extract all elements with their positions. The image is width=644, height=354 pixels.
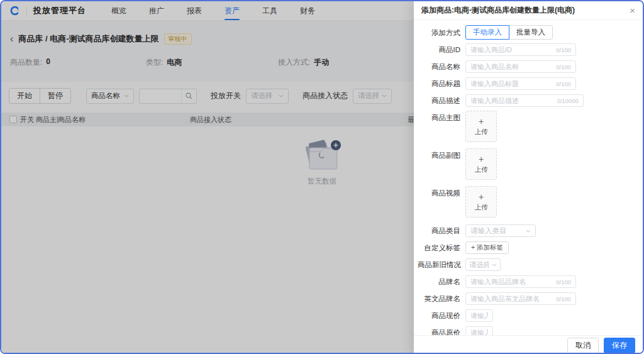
form-row-original-price: 商品原价 [418,326,634,335]
condition-placeholder: 请选择商... [469,260,489,270]
product-name-field: 0/100 [465,60,576,73]
current-price-input[interactable] [470,312,488,319]
form-row-product-id: 商品ID 0/100 [418,43,634,57]
field-label: 商品副图 [418,148,465,162]
brand-en-input[interactable] [470,295,553,302]
char-counter: 0/10000 [557,97,579,104]
field-label: 商品名称 [418,60,465,74]
char-counter: 0/100 [556,64,571,70]
char-counter: 0/100 [556,296,571,302]
brand-input[interactable] [470,278,553,285]
form-row-product-name: 商品名称 0/100 [418,60,634,74]
app-window: 投放管理平台 概览 推广 报表 资产 工具 财务 ‹ 商品库 / 电商-测试商品… [0,0,644,354]
add-product-drawer: 添加商品:电商-测试商品库创建数量上限(电商) × 添加方式 手动录入 批量导入… [414,1,643,354]
plus-icon: + [479,192,484,201]
video-upload[interactable]: + 上传 [465,186,497,218]
product-desc-input[interactable] [470,97,555,104]
plus-icon: + [479,155,484,163]
tab-batch-import[interactable]: 批量导入 [509,25,553,40]
char-counter: 0/100 [556,47,571,53]
char-counter: 0/100 [556,279,571,285]
save-button[interactable]: 保存 [604,338,635,353]
field-label: 商品视频 [418,186,465,200]
form-row-video: 商品视频 + 上传 [418,186,634,218]
product-name-input[interactable] [470,63,553,70]
condition-select[interactable]: 请选择商... [465,258,501,271]
field-label: 商品现价 [418,309,465,323]
form-row-main-image: 商品主图 + 上传 [418,111,634,142]
field-label: 商品标题 [418,77,465,91]
category-select[interactable]: 请输入类目 [465,224,536,237]
upload-label: 上传 [475,203,488,212]
drawer-footer: 取消 保存 [414,335,643,354]
form-row-sub-image: 商品副图 + 上传 [418,148,634,180]
field-label: 商品ID [418,43,465,57]
main-image-upload[interactable]: + 上传 [465,111,497,142]
upload-label: 上传 [475,165,488,174]
form-row-product-desc: 商品描述 0/10000 [418,94,634,108]
product-desc-field: 0/10000 [465,94,584,107]
form-row-add-method: 添加方式 手动录入 批量导入 [418,25,634,40]
tab-manual-entry[interactable]: 手动录入 [465,25,509,40]
form-row-category: 商品类目 请输入类目 [418,224,634,238]
original-price-input[interactable] [470,329,488,335]
field-label: 商品原价 [418,326,465,335]
form-row-brand: 品牌名 0/100 [418,275,634,289]
field-label: 商品类目 [418,224,465,238]
original-price-field [465,326,493,335]
add-method-tabs: 手动录入 批量导入 [465,25,553,40]
field-label: 添加方式 [418,26,465,40]
form-row-product-title: 商品标题 0/100 [418,77,634,91]
product-title-field: 0/100 [465,77,576,90]
current-price-field [465,309,493,322]
form-row-brand-en: 英文品牌名 0/100 [418,292,634,306]
product-id-input[interactable] [470,46,553,53]
field-label: 商品新旧情况 [418,258,465,272]
chevron-down-icon [526,230,531,233]
add-tag-button[interactable]: + 添加标签 [465,241,509,254]
brand-field: 0/100 [465,275,576,288]
product-id-field: 0/100 [465,43,576,56]
drawer-header: 添加商品:电商-测试商品库创建数量上限(电商) × [414,1,643,20]
form-row-current-price: 商品现价 [418,309,634,323]
form-row-custom-tag: 自定义标签 + 添加标签 [418,241,634,255]
sub-image-upload[interactable]: + 上传 [465,148,497,180]
field-label: 商品描述 [418,94,465,108]
upload-label: 上传 [475,128,488,136]
drawer-body: 添加方式 手动录入 批量导入 商品ID 0/100 商品名称 0/100 [414,20,643,335]
product-title-input[interactable] [470,80,553,87]
field-label: 品牌名 [418,275,465,289]
field-label: 英文品牌名 [418,292,465,306]
form-row-condition: 商品新旧情况 请选择商... [418,258,634,272]
category-placeholder: 请输入类目 [470,226,507,236]
close-icon[interactable]: × [630,6,635,15]
char-counter: 0/100 [556,80,571,87]
cancel-button[interactable]: 取消 [567,338,599,353]
drawer-title: 添加商品:电商-测试商品库创建数量上限(电商) [421,5,575,16]
plus-icon: + [479,117,484,126]
field-label: 自定义标签 [418,241,465,255]
brand-en-field: 0/100 [465,292,576,305]
field-label: 商品主图 [418,111,465,124]
chevron-down-icon [492,263,497,267]
